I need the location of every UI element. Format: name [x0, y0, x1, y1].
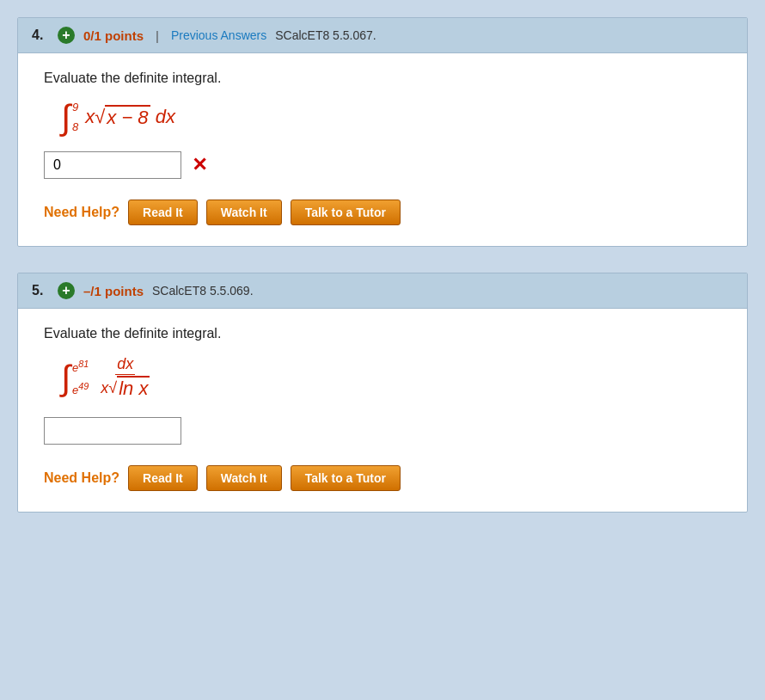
talk-to-tutor-button-5[interactable]: Talk to a Tutor: [291, 465, 401, 491]
separator-4: |: [156, 28, 159, 43]
watch-it-button-4[interactable]: Watch It: [206, 200, 282, 225]
sqrt-den-5: √ln x: [108, 376, 150, 400]
integrand-5: dx x√ln x: [99, 355, 151, 400]
help-row-5: Need Help? Read It Watch It Talk to a Tu…: [44, 465, 721, 491]
lower-limit-5: e49: [72, 381, 89, 396]
read-it-button-4[interactable]: Read It: [128, 200, 198, 225]
plus-icon-5: +: [58, 282, 75, 299]
fraction-5: dx x√ln x: [99, 355, 151, 400]
problem-instruction-4: Evaluate the definite integral.: [44, 71, 721, 86]
problem-header-5: 5. + –/1 points SCalcET8 5.5.069.: [18, 273, 747, 309]
sqrt-den-content-5: ln x: [117, 376, 150, 400]
read-it-button-5[interactable]: Read It: [128, 465, 198, 491]
integrand-4: x√x − 8 dx: [85, 105, 175, 129]
upper-limit-4: 9: [72, 101, 78, 114]
math-display-5: ∫ e81 e49 dx x√ln x: [61, 355, 721, 400]
integral-limits-4: 9 8: [72, 101, 78, 133]
frac-den-5: x√ln x: [99, 375, 151, 400]
answer-row-4: ✕: [44, 151, 721, 179]
problem-card-4: 4. + 0/1 points | Previous Answers SCalc…: [17, 17, 748, 247]
frac-num-5: dx: [115, 355, 135, 375]
answer-input-5[interactable]: [44, 417, 181, 445]
source-text-4: SCalcET8 5.5.067.: [275, 28, 376, 42]
plus-icon-4: +: [58, 27, 75, 44]
points-text-5: –/1 points: [83, 284, 144, 298]
wrong-mark-4: ✕: [192, 154, 207, 176]
upper-limit-5: e81: [72, 359, 89, 374]
integral-symbol-5: ∫: [61, 360, 70, 395]
problem-body-4: Evaluate the definite integral. ∫ 9 8 x√…: [18, 53, 747, 246]
answer-input-4[interactable]: [44, 151, 181, 179]
need-help-label-5: Need Help?: [44, 470, 119, 486]
answer-row-5: [44, 417, 721, 445]
talk-to-tutor-button-4[interactable]: Talk to a Tutor: [291, 200, 401, 225]
problem-body-5: Evaluate the definite integral. ∫ e81 e4…: [18, 309, 747, 512]
need-help-label-4: Need Help?: [44, 205, 119, 220]
problem-card-5: 5. + –/1 points SCalcET8 5.5.069. Evalua…: [17, 273, 748, 513]
sqrt-content-4: x − 8: [105, 105, 150, 129]
sqrt-container-4: √x − 8: [95, 105, 150, 129]
problem-header-4: 4. + 0/1 points | Previous Answers SCalc…: [18, 18, 747, 53]
source-text-5: SCalcET8 5.5.069.: [152, 284, 254, 298]
math-display-4: ∫ 9 8 x√x − 8 dx: [61, 100, 721, 134]
integral-symbol-4: ∫: [61, 100, 70, 134]
problem-number-4: 4.: [32, 28, 49, 43]
watch-it-button-5[interactable]: Watch It: [206, 465, 282, 491]
integral-limits-5: e81 e49: [72, 359, 89, 397]
points-text-4: 0/1 points: [83, 28, 144, 43]
lower-limit-4: 8: [72, 120, 78, 133]
problem-instruction-5: Evaluate the definite integral.: [44, 326, 721, 341]
prev-answers-4: Previous Answers: [171, 28, 266, 42]
help-row-4: Need Help? Read It Watch It Talk to a Tu…: [44, 200, 721, 225]
problem-number-5: 5.: [32, 283, 49, 298]
